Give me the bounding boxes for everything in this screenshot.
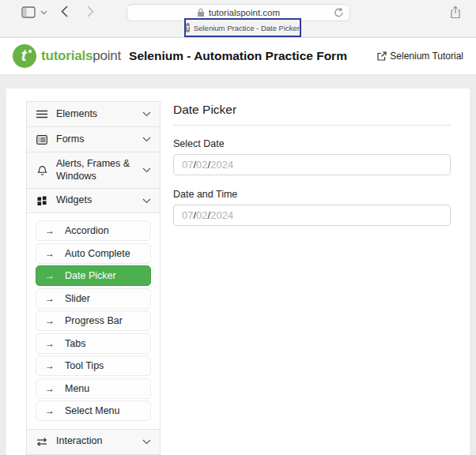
lock-icon	[197, 8, 205, 17]
widgets-submenu: → Accordion → Auto Complete → Date Picke…	[27, 212, 160, 429]
date-month: 07	[182, 159, 193, 171]
section-label: Elements	[56, 108, 134, 121]
tutorial-link-label: Selenium Tutorial	[390, 51, 463, 62]
arrow-right-icon: →	[45, 360, 55, 371]
sidebar-toggle-icon[interactable]	[21, 6, 36, 18]
arrow-right-icon: →	[45, 338, 55, 349]
site-header: t tutorialspoint Selenium - Automation P…	[0, 38, 476, 75]
sidebar: Elements Forms Alerts, Frames & Window	[26, 101, 161, 455]
section-label: Widgets	[56, 194, 134, 207]
toolbar-chevron-down-icon[interactable]	[39, 9, 48, 16]
arrow-right-icon: →	[45, 405, 55, 416]
url-text: tutorialspoint.com	[209, 8, 280, 17]
external-link-icon	[377, 51, 387, 61]
sidebar-item-auto-complete[interactable]: → Auto Complete	[36, 243, 151, 264]
sidebar-item-select-menu[interactable]: → Select Menu	[36, 400, 151, 421]
section-label: Alerts, Frames & Windows	[56, 158, 134, 182]
date-month: 07	[182, 209, 193, 221]
arrow-right-icon: →	[45, 225, 55, 236]
arrow-right-icon: →	[45, 383, 55, 394]
chevron-down-icon	[142, 137, 151, 142]
select-date-label: Select Date	[173, 138, 451, 149]
sidebar-section-interaction[interactable]: Interaction	[27, 429, 160, 454]
sidebar-item-label: Progress Bar	[65, 315, 123, 326]
sidebar-item-label: Select Menu	[65, 405, 119, 416]
section-label: Forms	[56, 133, 134, 146]
forward-button[interactable]	[84, 4, 96, 18]
chevron-down-icon	[142, 439, 151, 445]
arrow-right-icon: →	[45, 248, 55, 259]
main-content: Date Picker Select Date 07/02/2024 Date …	[173, 101, 451, 455]
sidebar-section-elements[interactable]: Elements	[27, 102, 160, 126]
sidebar-item-label: Date Picker	[65, 270, 116, 281]
arrow-right-icon: →	[45, 315, 55, 326]
content-card: Elements Forms Alerts, Frames & Window	[6, 88, 470, 455]
logo-wordmark: tutorialspoint	[41, 48, 121, 64]
select-date-input[interactable]: 07/02/2024	[173, 154, 451, 175]
sidebar-item-label: Accordion	[65, 225, 109, 236]
chevron-down-icon	[142, 167, 151, 173]
sidebar-item-progress-bar[interactable]: → Progress Bar	[36, 310, 151, 331]
share-icon[interactable]	[448, 4, 463, 20]
logo-icon: t	[13, 44, 36, 68]
selenium-tutorial-link[interactable]: Selenium Tutorial	[377, 51, 463, 62]
date-day: 02	[196, 209, 207, 221]
arrow-right-icon: →	[45, 270, 55, 281]
sidebar-item-slider[interactable]: → Slider	[36, 288, 151, 309]
content-title: Date Picker	[173, 103, 451, 117]
sidebar-accordion: Elements Forms Alerts, Frames & Window	[26, 101, 161, 455]
grid-icon	[36, 196, 48, 205]
sidebar-item-menu[interactable]: → Menu	[36, 378, 151, 399]
date-and-time-label: Date and Time	[173, 189, 451, 200]
date-year: 2024	[210, 159, 233, 171]
title-divider	[173, 125, 451, 126]
sidebar-section-forms[interactable]: Forms	[27, 126, 160, 152]
arrow-right-icon: →	[45, 293, 55, 304]
back-button[interactable]	[58, 4, 70, 18]
sidebar-item-accordion[interactable]: → Accordion	[36, 220, 151, 241]
sidebar-item-label: Slider	[65, 293, 90, 304]
sidebar-item-label: Tabs	[65, 338, 85, 349]
favicon-badge: T	[186, 23, 190, 32]
section-label: Interaction	[56, 435, 134, 448]
chevron-down-icon	[142, 111, 151, 117]
card-list-icon	[36, 135, 48, 145]
active-tab-highlight[interactable]: T Selenium Practice - Date Picker	[184, 18, 301, 37]
sidebar-item-tool-tips[interactable]: → Tool Tips	[36, 355, 151, 376]
sidebar-section-widgets[interactable]: Widgets	[27, 188, 160, 212]
date-day: 02	[196, 159, 207, 171]
browser-toolbar: tutorialspoint.com T Selenium Practice -…	[0, 0, 476, 38]
swap-arrows-icon	[36, 438, 48, 446]
tab-title: Selenium Practice - Date Picker	[194, 24, 300, 32]
date-year: 2024	[210, 209, 233, 221]
chevron-down-icon	[142, 198, 151, 204]
tutorialspoint-logo[interactable]: t tutorialspoint	[13, 44, 121, 68]
sidebar-item-label: Auto Complete	[65, 248, 130, 259]
sidebar-section-alerts-frames-windows[interactable]: Alerts, Frames & Windows	[27, 152, 160, 188]
reload-icon[interactable]	[334, 7, 344, 18]
date-and-time-input[interactable]: 07/02/2024	[173, 205, 451, 226]
bell-icon	[36, 165, 48, 176]
sidebar-item-tabs[interactable]: → Tabs	[36, 333, 151, 354]
sidebar-item-label: Menu	[65, 383, 89, 394]
sidebar-item-date-picker[interactable]: → Date Picker	[36, 265, 151, 286]
hamburger-icon	[36, 110, 48, 118]
sidebar-item-label: Tool Tips	[65, 360, 104, 371]
